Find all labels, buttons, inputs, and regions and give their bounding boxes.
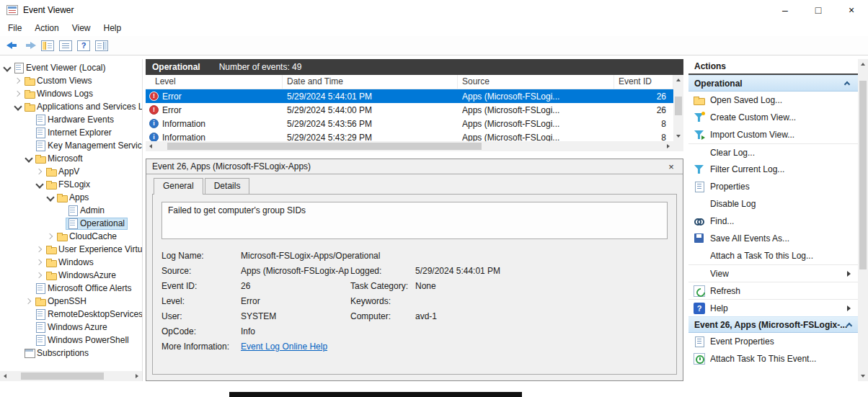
event-row[interactable]: !Error5/29/2024 5:44:01 PMApps (Microsof… bbox=[146, 89, 673, 103]
menu-action[interactable]: Action bbox=[28, 20, 65, 36]
scroll-right-icon[interactable] bbox=[663, 141, 673, 151]
expand-icon[interactable] bbox=[34, 166, 44, 177]
tree-item[interactable]: Hardware Events bbox=[0, 113, 142, 126]
expand-icon[interactable] bbox=[45, 231, 55, 241]
scrollbar-thumb[interactable] bbox=[21, 373, 104, 380]
column-source[interactable]: Source bbox=[458, 75, 614, 89]
tree-item[interactable]: Event Viewer (Local) bbox=[0, 61, 142, 74]
actions-vertical-scrollbar[interactable] bbox=[858, 59, 868, 381]
action-item[interactable]: Properties bbox=[688, 178, 859, 195]
back-icon[interactable] bbox=[5, 39, 19, 52]
scroll-down-icon[interactable] bbox=[858, 371, 868, 381]
tree-item[interactable]: AppV bbox=[0, 165, 142, 178]
tree-item[interactable]: CloudCache bbox=[0, 230, 142, 243]
action-item[interactable]: Attach a Task To this Log... bbox=[688, 247, 859, 264]
close-button[interactable]: × bbox=[835, 0, 868, 20]
tree-item[interactable]: Windows PowerShell bbox=[0, 334, 142, 347]
action-item[interactable]: Import Custom View... bbox=[688, 126, 859, 143]
tree-item[interactable]: RemoteDesktopServices bbox=[0, 308, 142, 321]
action-item[interactable]: Refresh bbox=[688, 282, 859, 299]
scroll-left-icon[interactable] bbox=[0, 371, 10, 381]
log-icon bbox=[35, 335, 46, 345]
action-item[interactable]: Clear Log... bbox=[688, 143, 859, 161]
action-item[interactable]: Find... bbox=[688, 213, 859, 230]
collapse-icon[interactable] bbox=[45, 192, 55, 202]
actions-section-header[interactable]: Operational bbox=[688, 75, 859, 92]
column-event-id[interactable]: Event ID bbox=[614, 75, 673, 89]
show-console-tree-icon[interactable] bbox=[41, 40, 54, 51]
action-item[interactable]: Event Properties bbox=[688, 333, 859, 350]
tree-item-label: WindowsAzure bbox=[58, 270, 116, 280]
scroll-down-icon[interactable] bbox=[673, 131, 683, 141]
tree-item[interactable]: FSLogix bbox=[0, 178, 142, 191]
tab-details[interactable]: Details bbox=[205, 178, 250, 194]
event-row[interactable]: iInformation5/29/2024 5:43:56 PMApps (Mi… bbox=[146, 117, 673, 130]
column-level[interactable]: Level bbox=[146, 75, 283, 89]
menu-help[interactable]: Help bbox=[97, 20, 128, 36]
action-item[interactable]: Attach Task To This Event... bbox=[688, 350, 859, 367]
menu-file[interactable]: File bbox=[1, 20, 28, 36]
tree-horizontal-scrollbar[interactable] bbox=[0, 371, 142, 381]
expand-icon[interactable] bbox=[34, 257, 44, 267]
expand-icon[interactable] bbox=[34, 270, 44, 280]
show-action-pane-icon[interactable] bbox=[95, 40, 108, 51]
properties-toolbar-icon[interactable] bbox=[59, 40, 72, 51]
tree-item-label: Windows bbox=[58, 257, 94, 267]
event-row[interactable]: iInformation5/29/2024 5:43:29 PMApps (Mi… bbox=[146, 130, 673, 141]
scrollbar-thumb[interactable] bbox=[167, 143, 482, 150]
tree-item[interactable]: OpenSSH bbox=[0, 295, 142, 308]
maximize-button[interactable]: □ bbox=[802, 0, 835, 20]
field-label: OpCode: bbox=[161, 324, 241, 339]
action-item[interactable]: Open Saved Log... bbox=[688, 92, 859, 109]
tree-item[interactable]: Apps bbox=[0, 191, 142, 204]
event-log-online-help-link[interactable]: Event Log Online Help bbox=[241, 339, 327, 354]
expand-icon[interactable] bbox=[12, 76, 22, 86]
tree-item[interactable]: Admin bbox=[0, 204, 142, 217]
tree-item[interactable]: Windows Logs bbox=[0, 87, 142, 100]
scroll-up-icon[interactable] bbox=[858, 59, 868, 69]
action-item[interactable]: Create Custom View... bbox=[688, 109, 859, 126]
collapse-icon[interactable] bbox=[34, 179, 44, 189]
scrollbar-thumb[interactable] bbox=[859, 81, 867, 269]
event-list-horizontal-scrollbar[interactable] bbox=[146, 141, 673, 151]
collapse-icon[interactable] bbox=[23, 153, 33, 164]
tree-item[interactable]: Operational bbox=[0, 217, 142, 230]
tree-item[interactable]: Internet Explorer bbox=[0, 126, 142, 139]
event-row[interactable]: !Error5/29/2024 5:44:00 PMApps (Microsof… bbox=[146, 103, 673, 117]
tree-item[interactable]: WindowsAzure bbox=[0, 269, 142, 282]
tree-item[interactable]: Windows Azure bbox=[0, 321, 142, 334]
expand-icon[interactable] bbox=[34, 244, 44, 254]
tree-item[interactable]: Key Management Service bbox=[0, 139, 142, 152]
tree-item[interactable]: Applications and Services Lo bbox=[0, 100, 142, 113]
event-list-vertical-scrollbar[interactable] bbox=[673, 75, 683, 141]
tree-item[interactable]: Microsoft bbox=[0, 152, 142, 165]
menu-view[interactable]: View bbox=[66, 20, 97, 36]
expand-icon[interactable] bbox=[12, 89, 22, 99]
tab-general[interactable]: General bbox=[154, 178, 203, 195]
tree-item[interactable]: User Experience Virtu bbox=[0, 243, 142, 256]
expand-icon[interactable] bbox=[23, 296, 33, 306]
action-item[interactable]: Help bbox=[688, 299, 859, 316]
action-item[interactable]: View bbox=[688, 264, 859, 282]
tree-item[interactable]: Windows bbox=[0, 256, 142, 269]
action-item[interactable]: Filter Current Log... bbox=[688, 161, 859, 178]
actions-section-header[interactable]: Event 26, Apps (Microsoft-FSLogix-... bbox=[688, 316, 859, 333]
scrollbar-thumb[interactable] bbox=[675, 97, 682, 115]
tree-item[interactable]: Custom Views bbox=[0, 74, 142, 87]
forward-icon[interactable] bbox=[23, 39, 37, 52]
detail-close-icon[interactable]: × bbox=[665, 161, 677, 172]
scroll-up-icon[interactable] bbox=[673, 75, 683, 85]
save-icon bbox=[694, 233, 705, 244]
help-toolbar-icon[interactable] bbox=[77, 40, 90, 51]
twisty-spacer bbox=[56, 205, 66, 215]
minimize-button[interactable]: – bbox=[769, 0, 802, 20]
scroll-left-icon[interactable] bbox=[146, 141, 156, 151]
collapse-icon[interactable] bbox=[1, 63, 12, 73]
tree-item[interactable]: Subscriptions bbox=[0, 347, 142, 360]
action-item[interactable]: Disable Log bbox=[688, 195, 859, 213]
column-date-time[interactable]: Date and Time bbox=[283, 75, 458, 89]
action-item[interactable]: Save All Events As... bbox=[688, 230, 859, 247]
scroll-right-icon[interactable] bbox=[132, 371, 142, 381]
collapse-icon[interactable] bbox=[12, 102, 22, 112]
tree-item[interactable]: Microsoft Office Alerts bbox=[0, 282, 142, 295]
